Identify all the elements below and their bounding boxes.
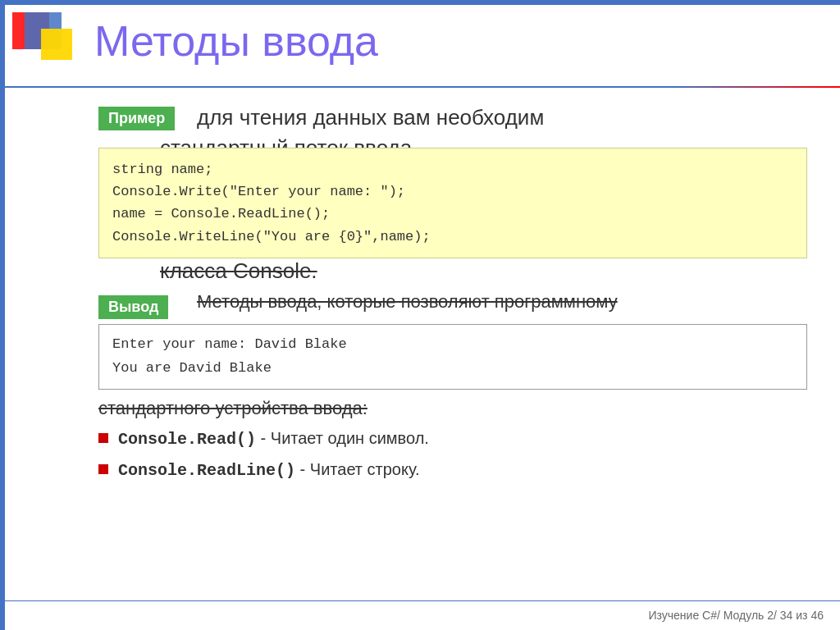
output-example-box: Enter your name: David Blake You are Dav… (98, 324, 807, 390)
bullet-item-1: Console.Read() - Читает один символ. (98, 429, 807, 449)
bullet-text-1: Console.Read() - Читает один символ. (118, 429, 429, 449)
output-line1: Enter your name: David Blake (112, 333, 793, 357)
page-title: Методы ввода (94, 16, 378, 66)
code-line2: Console.Write("Enter your name: "); (112, 180, 793, 203)
code-line4: Console.WriteLine("You are {0}",name); (112, 226, 793, 248)
bg-text-line4: Методы ввода, которые позволяют программ… (197, 291, 618, 313)
bullet-text-2: Console.ReadLine() - Читает строку. (118, 460, 420, 480)
bg-text-line1: для чтения данных вам необходим (197, 105, 544, 130)
logo-yellow (41, 29, 72, 60)
output-line2: You are David Blake (112, 357, 793, 381)
left-bar (0, 0, 5, 630)
top-bar (0, 0, 840, 5)
bg-text-line3: класса Console. (160, 258, 317, 284)
logo-decoration (12, 12, 78, 78)
bullet-section: стандартного устройства ввода: Console.R… (98, 398, 807, 491)
content-area: Пример для чтения данных вам необходим с… (16, 98, 824, 597)
bullet-desc-2: - Читает строку. (295, 460, 419, 478)
bullet-desc-1: - Читает один символ. (256, 429, 429, 447)
bullet-intro-text: стандартного устройства ввода: (98, 398, 807, 419)
footer-line (0, 600, 840, 601)
code-line1: string name; (112, 158, 793, 180)
code-example-box: string name; Console.Write("Enter your n… (98, 148, 807, 258)
bullet-square-1 (98, 433, 108, 443)
primer-label: Пример (98, 107, 175, 130)
footer-text: Изучение C#/ Модуль 2/ 34 из 46 (648, 609, 824, 622)
vyvod-label: Вывод (98, 295, 168, 319)
bullet-code-1: Console.Read() (118, 430, 256, 449)
bullet-code-2: Console.ReadLine() (118, 461, 295, 480)
title-underline (0, 86, 840, 88)
bullet-item-2: Console.ReadLine() - Читает строку. (98, 460, 807, 480)
code-line3: name = Console.ReadLine(); (112, 203, 793, 225)
bullet-square-2 (98, 464, 108, 474)
